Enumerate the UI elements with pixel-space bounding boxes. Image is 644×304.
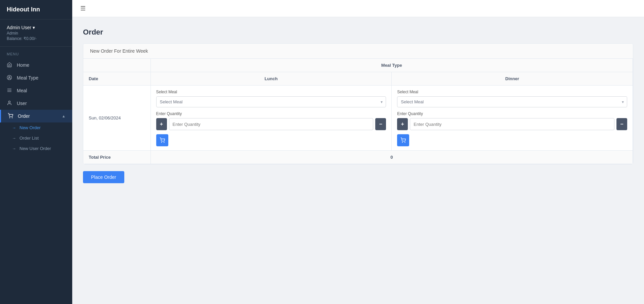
user-dropdown-icon [33, 25, 35, 30]
svg-point-8 [161, 142, 162, 142]
subarrow-order-list: → [12, 136, 16, 141]
user-nav-icon [7, 100, 13, 106]
select-meal-wrapper-lunch: Select Meal ▾ [156, 96, 386, 107]
add-to-cart-btn-dinner[interactable] [397, 134, 409, 146]
qty-plus-btn-lunch[interactable]: + [156, 118, 167, 130]
order-nav-icon [8, 113, 14, 119]
sidebar-item-meal-label: Meal [17, 88, 27, 93]
sidebar: Hideout Inn Admin User Admin Balance: ₹0… [0, 0, 72, 304]
sidebar-item-user[interactable]: User [0, 97, 72, 110]
sidebar-subitem-new-order-label: New Order [19, 125, 41, 130]
order-expand-icon: ▲ [62, 114, 66, 118]
qty-plus-btn-dinner[interactable]: + [397, 118, 408, 130]
meal-type-icon [7, 75, 13, 81]
dinner-col-header: Dinner [392, 72, 633, 86]
table-row: Sun, 02/06/2024 Select Meal Select Meal … [83, 86, 633, 151]
meal-icon [7, 88, 13, 94]
sidebar-role: Admin [7, 31, 66, 36]
select-meal-label-dinner: Select Meal [397, 90, 627, 94]
meal-type-header-row: Meal Type [83, 59, 633, 72]
qty-input-dinner[interactable] [410, 118, 614, 130]
sidebar-item-home-label: Home [17, 62, 29, 68]
select-meal-lunch[interactable]: Select Meal [156, 96, 386, 107]
quantity-row-lunch: + − [156, 118, 386, 130]
sidebar-subitem-order-list[interactable]: → Order List [0, 133, 72, 143]
sidebar-username[interactable]: Admin User [7, 25, 66, 30]
total-price-value: 0 [151, 151, 633, 164]
lunch-col-header: Lunch [151, 72, 392, 86]
sidebar-item-meal[interactable]: Meal [0, 84, 72, 97]
add-to-cart-btn-lunch[interactable] [156, 134, 168, 146]
svg-point-11 [405, 142, 405, 142]
page-title: Order [83, 28, 633, 37]
sidebar-item-user-label: User [17, 101, 27, 106]
select-meal-label-lunch: Select Meal [156, 90, 386, 94]
order-card: New Order For Entire Week Meal Type Date… [83, 43, 633, 164]
svg-point-6 [9, 117, 10, 118]
svg-point-5 [8, 101, 10, 103]
home-icon [7, 62, 13, 68]
cart-icon-lunch [160, 138, 165, 143]
sidebar-subitem-new-order[interactable]: → New Order [0, 122, 72, 133]
sidebar-item-order-label: Order [18, 113, 30, 119]
svg-point-10 [402, 142, 403, 142]
sidebar-item-order[interactable]: Order ▲ [0, 110, 72, 122]
order-table: Meal Type Date Lunch Dinner Sun, 02/06/2… [83, 59, 633, 164]
svg-point-9 [164, 142, 164, 142]
date-header-empty [83, 59, 151, 72]
sidebar-balance: Balance: ₹0.00/- [7, 36, 66, 41]
qty-minus-btn-dinner[interactable]: − [616, 118, 627, 130]
meal-type-header: Meal Type [151, 59, 633, 72]
svg-point-7 [12, 117, 12, 118]
row-date: Sun, 02/06/2024 [83, 86, 151, 151]
sidebar-subitem-new-user-order[interactable]: → New User Order [0, 143, 72, 154]
total-price-row: Total Price 0 [83, 151, 633, 164]
qty-minus-btn-lunch[interactable]: − [375, 118, 386, 130]
sidebar-item-meal-type-label: Meal Type [17, 75, 38, 81]
lunch-cell: Select Meal Select Meal ▾ Enter Quantity… [151, 86, 392, 151]
sidebar-brand: Hideout Inn [0, 0, 72, 19]
main-content: ☰ Order New Order For Entire Week Meal T… [72, 0, 644, 304]
sidebar-item-home[interactable]: Home [0, 59, 72, 71]
enter-qty-label-dinner: Enter Quantity [397, 111, 627, 116]
qty-input-lunch[interactable] [169, 118, 374, 130]
dinner-cell: Select Meal Select Meal ▾ Enter Quantity… [392, 86, 633, 151]
hamburger-icon[interactable]: ☰ [80, 5, 86, 12]
select-meal-dinner[interactable]: Select Meal [397, 96, 627, 107]
sidebar-user: Admin User Admin Balance: ₹0.00/- [0, 19, 72, 47]
page-content: Order New Order For Entire Week Meal Typ… [72, 17, 644, 304]
cart-icon-dinner [400, 138, 406, 143]
sidebar-subitem-order-list-label: Order List [19, 136, 39, 141]
select-meal-wrapper-dinner: Select Meal ▾ [397, 96, 627, 107]
sidebar-item-meal-type[interactable]: Meal Type [0, 71, 72, 84]
enter-qty-label-lunch: Enter Quantity [156, 111, 386, 116]
date-col-header: Date [83, 72, 151, 86]
subarrow-new-order: → [12, 125, 16, 130]
place-order-button[interactable]: Place Order [83, 171, 124, 183]
total-price-label: Total Price [83, 151, 151, 164]
subarrow-new-user-order: → [12, 146, 16, 151]
svg-point-1 [9, 77, 10, 78]
sidebar-subitem-new-user-order-label: New User Order [19, 146, 51, 151]
card-header: New Order For Entire Week [83, 44, 633, 59]
quantity-row-dinner: + − [397, 118, 627, 130]
column-headers-row: Date Lunch Dinner [83, 72, 633, 86]
topbar: ☰ [72, 0, 644, 17]
sidebar-menu-label: Menu [0, 47, 72, 59]
